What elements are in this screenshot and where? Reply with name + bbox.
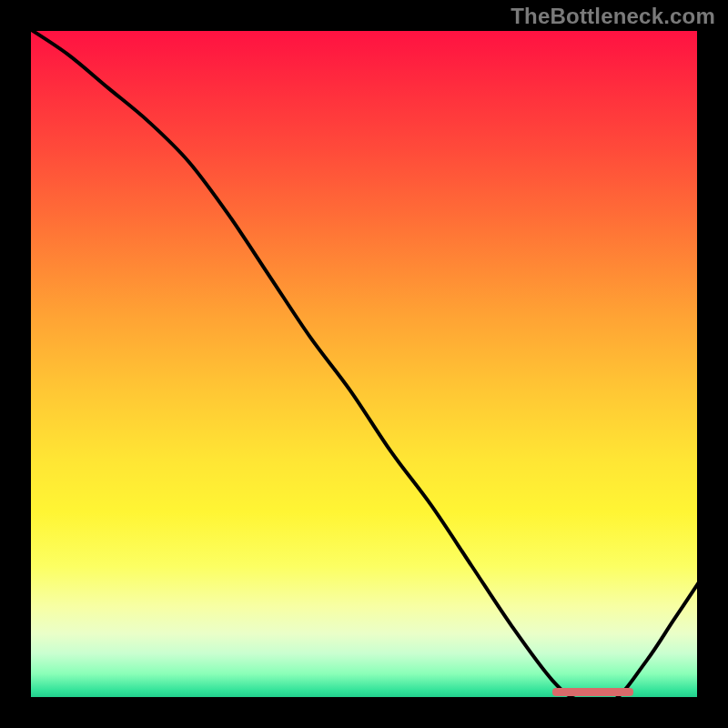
watermark-text: TheBottleneck.com [511, 4, 715, 29]
curve-path [27, 27, 701, 704]
chart-stage: TheBottleneck.com [0, 0, 728, 728]
bottleneck-curve [27, 27, 701, 701]
optimal-range-marker [552, 688, 633, 696]
plot-area [27, 27, 701, 701]
